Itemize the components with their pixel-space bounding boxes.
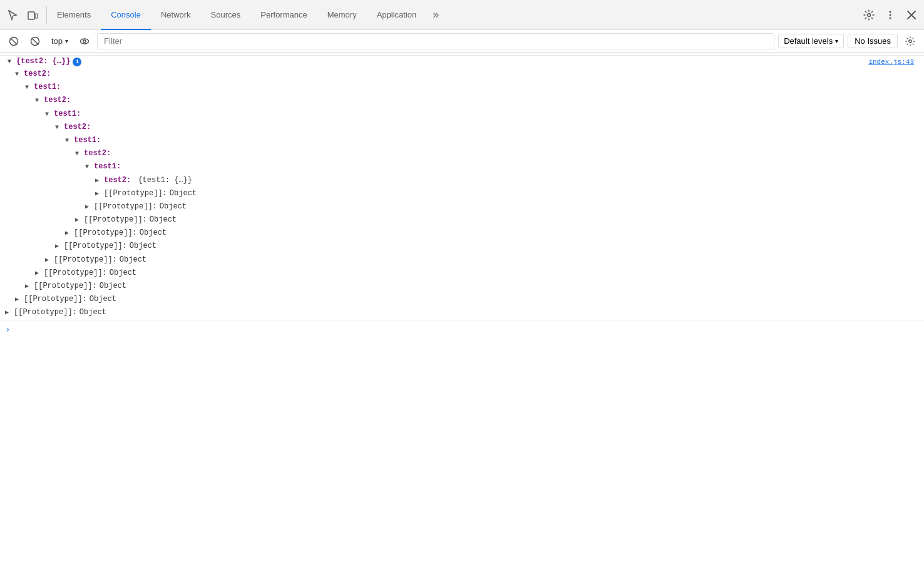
root-object-line: {test2: {…}} i [3, 57, 81, 66]
close-icon-btn[interactable] [903, 6, 920, 24]
arrow-l3[interactable] [35, 96, 44, 106]
root-arrow[interactable] [8, 58, 16, 65]
svg-rect-1 [35, 14, 38, 18]
tree-node-proto-l9: [[Prototype]]: Object [0, 187, 924, 200]
responsive-icon-btn[interactable] [24, 6, 41, 24]
tree-node-test1-l4: test1: [0, 108, 924, 121]
tree-node-test2-l5: test2: [0, 121, 924, 134]
chevron-down-icon: ▾ [835, 38, 838, 44]
arrow-l2[interactable] [25, 83, 34, 93]
toolbar-right [855, 6, 920, 24]
eye-icon-btn[interactable] [76, 33, 93, 50]
tree-node-proto-l0: [[Prototype]]: Object [0, 306, 924, 319]
tab-application[interactable]: Application [367, 1, 427, 30]
root-key: {test2: {…}} [16, 57, 70, 66]
arrow-l4[interactable] [45, 110, 54, 120]
arrow-proto-l6[interactable] [65, 228, 74, 238]
arrow-proto-l0[interactable] [5, 308, 14, 318]
more-tabs-button[interactable]: » [426, 0, 445, 29]
tabs: Elements Console Network Sources Perform… [47, 0, 855, 29]
tree-node-proto-l6: [[Prototype]]: Object [0, 227, 924, 240]
prompt-arrow-icon: › [5, 324, 10, 334]
tree-node-test2-l1: test2: [0, 68, 924, 81]
tree-node-proto-l4: [[Prototype]]: Object [0, 253, 924, 267]
tab-network[interactable]: Network [151, 1, 201, 30]
tab-memory[interactable]: Memory [317, 1, 367, 30]
arrow-l9-test2[interactable] [95, 176, 104, 186]
arrow-l5[interactable] [55, 123, 64, 133]
svg-point-4 [890, 14, 891, 16]
toolbar-icon-group [4, 6, 47, 24]
console-output: {test2: {…}} i index.js:43 test2: test1:… [0, 53, 924, 567]
tree-node-proto-l2: [[Prototype]]: Object [0, 280, 924, 293]
console-prompt: › [0, 320, 924, 338]
arrow-l6[interactable] [65, 136, 74, 146]
filter-box [97, 33, 774, 49]
tree-node-test1-l6: test1: [0, 134, 924, 147]
svg-point-3 [890, 11, 891, 13]
filter-input[interactable] [101, 34, 770, 49]
tree-node-proto-l5: [[Prototype]]: Object [0, 240, 924, 253]
tree-node-test2-l9: test2: {test1: {…}} [0, 174, 924, 187]
clear-console-btn[interactable] [5, 33, 23, 50]
no-issues-button[interactable]: No Issues [848, 34, 898, 48]
file-link[interactable]: index.js:43 [868, 57, 924, 66]
tree-node-proto-l7: [[Prototype]]: Object [0, 213, 924, 227]
arrow-l1[interactable] [15, 69, 24, 79]
vertical-dots-icon-btn[interactable] [881, 6, 899, 24]
svg-point-10 [909, 39, 911, 42]
arrow-proto-l5[interactable] [55, 242, 64, 252]
svg-point-2 [868, 13, 871, 16]
devtools-toolbar: Elements Console Network Sources Perform… [0, 0, 924, 30]
cursor-icon-btn[interactable] [4, 6, 21, 24]
tab-sources[interactable]: Sources [201, 1, 251, 30]
svg-point-5 [890, 17, 891, 19]
tab-performance[interactable]: Performance [250, 1, 317, 30]
tree-node-proto-l3: [[Prototype]]: Object [0, 267, 924, 280]
arrow-proto-l3[interactable] [35, 268, 44, 278]
tree-node-test1-l8: test1: [0, 160, 924, 173]
tab-console[interactable]: Console [101, 1, 151, 30]
tree-node-test2-l7: test2: [0, 147, 924, 160]
default-levels-button[interactable]: Default levels ▾ [778, 34, 844, 48]
settings-icon-btn[interactable] [860, 6, 878, 24]
log-entry: {test2: {…}} i index.js:43 [0, 55, 924, 68]
arrow-l8[interactable] [85, 162, 94, 172]
console-settings-btn[interactable] [901, 33, 919, 50]
tab-elements[interactable]: Elements [47, 1, 101, 30]
arrow-proto-l1[interactable] [15, 295, 24, 305]
svg-rect-0 [28, 12, 34, 19]
context-selector[interactable]: top ▾ [48, 35, 72, 47]
tree-node-proto-l1: [[Prototype]]: Object [0, 293, 924, 306]
tree-node-proto-l8: [[Prototype]]: Object [0, 200, 924, 213]
arrow-proto-l4[interactable] [45, 255, 54, 265]
arrow-proto-l8[interactable] [85, 202, 94, 212]
arrow-proto-l2[interactable] [25, 282, 34, 292]
info-badge: i [73, 58, 81, 66]
console-main: {test2: {…}} i index.js:43 test2: test1:… [0, 53, 924, 567]
chevron-down-icon: ▾ [65, 38, 68, 44]
tree-node-test1-l2: test1: [0, 81, 924, 94]
svg-point-9 [83, 40, 86, 43]
svg-point-8 [81, 39, 89, 44]
arrow-proto-l9[interactable] [95, 189, 104, 199]
ban-icon-btn[interactable] [26, 33, 44, 50]
console-input[interactable] [15, 325, 919, 334]
tree-node-test2-l3: test2: [0, 94, 924, 107]
arrow-l7[interactable] [75, 149, 84, 159]
console-toolbar: top ▾ Default levels ▾ No Issues [0, 30, 924, 53]
arrow-proto-l7[interactable] [75, 215, 84, 225]
